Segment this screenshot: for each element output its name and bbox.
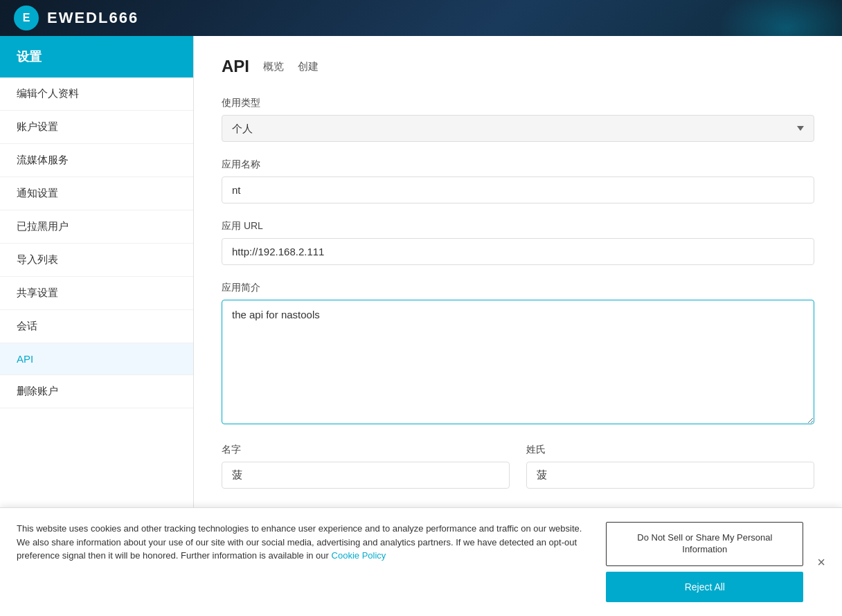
cookie-text-area: This website uses cookies and other trac… [17, 522, 592, 563]
app-description-label: 应用简介 [222, 282, 814, 294]
sidebar-item-import-list[interactable]: 导入列表 [0, 244, 193, 277]
app-url-input[interactable] [222, 238, 814, 265]
cookie-policy-link[interactable]: Cookie Policy [332, 550, 386, 561]
sidebar-item-streaming-services[interactable]: 流媒体服务 [0, 144, 193, 177]
last-name-label: 姓氏 [526, 444, 814, 456]
app-name-input[interactable] [222, 176, 814, 203]
name-row: 名字 姓氏 [222, 444, 814, 505]
app-description-group: 应用简介 [222, 282, 814, 427]
sidebar-item-account-settings[interactable]: 账户设置 [0, 111, 193, 144]
sidebar-item-sharing-settings[interactable]: 共享设置 [0, 277, 193, 310]
usage-type-label: 使用类型 [222, 97, 814, 109]
sidebar-heading: 设置 [0, 36, 193, 78]
cookie-buttons: Do Not Sell or Share My Personal Informa… [606, 522, 803, 602]
reject-all-button[interactable]: Reject All [606, 572, 803, 602]
tab-create[interactable]: 创建 [298, 60, 319, 73]
app-name-label: 应用名称 [222, 158, 814, 171]
app-description-textarea[interactable] [222, 300, 814, 424]
header: E EWEDL666 [0, 0, 842, 36]
site-title: EWEDL666 [47, 9, 138, 27]
app-url-label: 应用 URL [222, 220, 814, 233]
usage-type-select[interactable]: 个人商业 [222, 115, 814, 142]
app-url-group: 应用 URL [222, 220, 814, 265]
do-not-sell-button[interactable]: Do Not Sell or Share My Personal Informa… [606, 522, 803, 566]
first-name-group: 名字 [222, 444, 510, 489]
cookie-text: This website uses cookies and other trac… [17, 523, 582, 561]
sidebar-item-edit-profile[interactable]: 编辑个人资料 [0, 78, 193, 111]
sidebar-item-delete-account[interactable]: 删除账户 [0, 375, 193, 408]
cookie-banner: This website uses cookies and other trac… [0, 507, 842, 616]
page-title-row: API 概览 创建 [222, 57, 814, 76]
page-title: API [222, 57, 249, 76]
sidebar-item-blocked-users[interactable]: 已拉黑用户 [0, 210, 193, 244]
avatar: E [14, 6, 39, 30]
usage-type-group: 使用类型 个人商业 [222, 97, 814, 142]
sidebar-item-api[interactable]: API [0, 343, 193, 375]
sidebar-item-chat[interactable]: 会话 [0, 310, 193, 343]
first-name-label: 名字 [222, 444, 510, 456]
first-name-input[interactable] [222, 462, 510, 489]
sidebar-item-notification-settings[interactable]: 通知设置 [0, 177, 193, 210]
tab-overview[interactable]: 概览 [263, 60, 284, 73]
cookie-close-icon[interactable]: × [817, 554, 825, 570]
last-name-input[interactable] [526, 462, 814, 489]
last-name-group: 姓氏 [526, 444, 814, 489]
app-name-group: 应用名称 [222, 158, 814, 203]
